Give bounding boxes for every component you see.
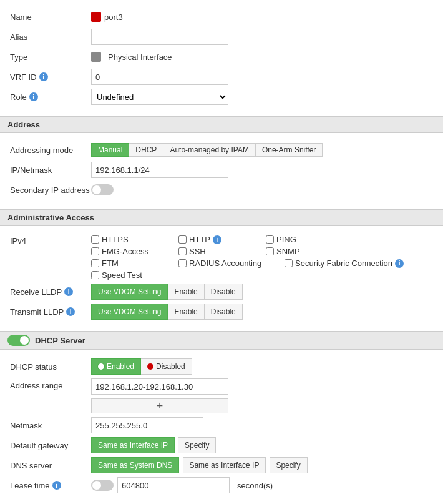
vrf-field-container [91,69,433,85]
checkbox-row-2: FMG-Access SSH SNMP [91,247,433,256]
vrf-input[interactable] [91,69,228,85]
speed-test-checkbox[interactable] [91,271,99,279]
checkbox-ssh: SSH [178,247,253,256]
https-checkbox[interactable] [91,235,99,244]
same-as-interface-btn[interactable]: Same as Interface IP [91,437,175,453]
dhcp-server-label: DHCP Server [35,336,85,345]
dhcp-server-section-header: DHCP Server [0,331,443,350]
receive-lldp-info-icon[interactable]: i [64,287,73,296]
dhcp-disabled-btn[interactable]: Disabled [141,358,192,375]
type-value: Physical Interface [108,52,172,62]
ping-label: PING [276,235,296,244]
secondary-ip-toggle[interactable] [91,184,114,195]
dns-server-buttons: Same as System DNS Same as Interface IP … [91,457,433,473]
http-label: HTTP [189,235,210,244]
ip-input[interactable] [91,162,228,178]
same-as-system-dns-btn[interactable]: Same as System DNS [91,457,179,473]
snmp-label: SNMP [276,247,300,256]
lease-time-input[interactable] [117,477,230,493]
secondary-ip-toggle-container [91,184,433,195]
radius-label: RADIUS Accounting [189,259,261,268]
specify-gw-btn[interactable]: Specify [178,437,216,453]
radius-checkbox[interactable] [178,259,187,267]
security-fabric-checkbox[interactable] [285,259,293,267]
lease-time-container: second(s) [91,477,433,493]
transmit-lldp-vdom-btn[interactable]: Use VDOM Setting [91,304,168,320]
checkbox-snmp: SNMP [266,247,341,256]
enabled-dot-icon [98,363,104,370]
role-select[interactable]: Undefined LAN WAN DMZ [91,89,228,105]
dhcp-status-label: DHCP status [10,362,91,372]
ssh-checkbox[interactable] [178,247,187,255]
transmit-lldp-info-icon[interactable]: i [66,307,75,316]
ipv4-checkboxes: HTTPS HTTP i PING FMG-Access [91,235,433,280]
security-fabric-label: Security Fabric Connection [295,259,392,268]
lease-time-toggle[interactable] [91,480,114,491]
checkbox-speed-test: Speed Test [91,270,166,280]
addr-range-label: Address range [10,378,91,390]
checkbox-fmg: FMG-Access [91,247,166,256]
dhcp-status-buttons: Enabled Disabled [91,358,433,375]
addr-mode-group: Manual DHCP Auto-managed by IPAM One-Arm… [91,143,433,157]
ssh-label: SSH [189,247,206,256]
transmit-lldp-label: Transmit LLDP i [10,307,91,317]
secondary-ip-label: Secondary IP address [10,185,91,195]
role-label: Role i [10,92,91,102]
role-info-icon[interactable]: i [29,92,38,101]
checkbox-row-3: FTM RADIUS Accounting Security Fabric Co… [91,259,433,268]
http-checkbox[interactable] [178,235,187,244]
fmg-checkbox[interactable] [91,247,99,255]
addr-mode-label: Addressing mode [10,146,91,155]
name-icon [91,12,101,22]
addr-mode-manual[interactable]: Manual [91,143,129,157]
fmg-label: FMG-Access [102,247,148,256]
dns-specify-btn[interactable]: Specify [270,457,307,473]
netmask-input[interactable] [91,417,203,433]
receive-lldp-vdom-btn[interactable]: Use VDOM Setting [91,284,168,300]
security-fabric-info-icon[interactable]: i [395,259,404,268]
ip-field-container [91,162,433,178]
name-field-container: port3 [91,12,433,22]
default-gw-buttons: Same as Interface IP Specify [91,437,433,453]
lease-time-label: Lease time i [10,481,91,490]
transmit-lldp-disable-btn[interactable]: Disable [205,304,243,320]
lease-time-info-icon[interactable]: i [52,481,61,490]
dhcp-server-toggle[interactable] [7,335,30,346]
type-value-container: Physical Interface [91,52,433,62]
vrf-info-icon[interactable]: i [39,72,48,81]
checkbox-http: HTTP i [178,235,253,244]
ping-checkbox[interactable] [266,235,274,244]
same-as-interface-dns-btn[interactable]: Same as Interface IP [183,457,266,473]
receive-lldp-label: Receive LLDP i [10,287,91,297]
transmit-lldp-buttons: Use VDOM Setting Enable Disable [91,304,433,320]
transmit-lldp-enable-btn[interactable]: Enable [168,304,204,320]
dns-server-label: DNS server [10,461,91,470]
receive-lldp-buttons: Use VDOM Setting Enable Disable [91,284,433,300]
checkbox-row-4: Speed Test [91,270,433,280]
addr-mode-ipam[interactable]: Auto-managed by IPAM [163,143,256,157]
checkbox-ftm: FTM [91,259,166,268]
addr-mode-dhcp[interactable]: DHCP [129,143,163,157]
address-section-header: Address [0,116,443,133]
dhcp-enabled-btn[interactable]: Enabled [91,358,141,375]
alias-input[interactable] [91,29,228,45]
admin-access-section-header: Administrative Access [0,209,443,226]
name-value: port3 [104,12,123,22]
addr-range-add-btn[interactable]: + [91,398,228,413]
alias-label: Alias [10,32,91,42]
default-gw-label: Default gateway [10,441,91,450]
name-label: Name [10,12,91,22]
receive-lldp-enable-btn[interactable]: Enable [168,284,204,300]
alias-field-container [91,29,433,45]
http-info-icon[interactable]: i [213,235,221,244]
speed-test-label: Speed Test [102,270,142,280]
addr-mode-sniffer[interactable]: One-Arm Sniffer [256,143,323,157]
enabled-label: Enabled [107,362,134,371]
netmask-label: Netmask [10,421,91,430]
ftm-label: FTM [102,259,119,268]
snmp-checkbox[interactable] [266,247,274,255]
addr-range-input[interactable] [91,378,228,395]
ftm-checkbox[interactable] [91,259,99,267]
receive-lldp-disable-btn[interactable]: Disable [205,284,243,300]
netmask-field-container [91,417,433,433]
